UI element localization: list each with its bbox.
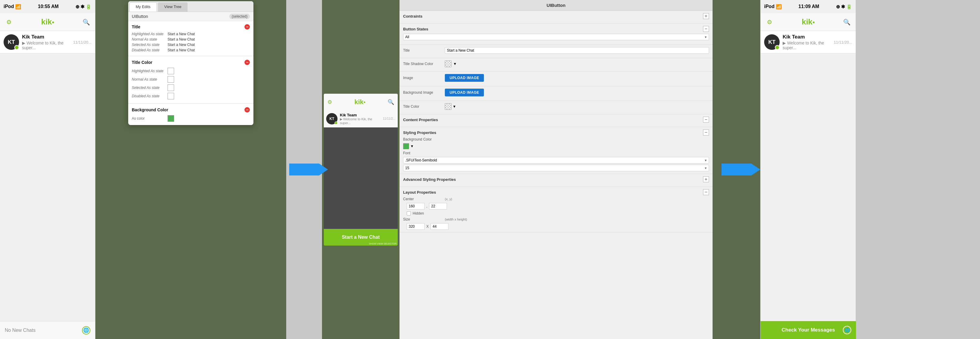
button-states-section: Button States − All: [399, 24, 713, 45]
bg-color-swatch-row: ▼: [403, 143, 709, 149]
font-size-select-wrapper: 15: [403, 165, 709, 171]
globe-icon-left[interactable]: 🌐: [82, 326, 90, 334]
constraints-plus-btn[interactable]: +: [703, 13, 709, 19]
size-height-input[interactable]: [431, 223, 449, 230]
title-color-remove-btn[interactable]: −: [245, 60, 250, 65]
title-color-section: Title Color − Highlighted As state Norma…: [128, 57, 253, 103]
center-comma: ,: [426, 204, 427, 208]
advanced-styling-header: Advanced Styling Properties +: [403, 176, 709, 182]
title-row-3: Disabled As state Start a New Chat: [128, 48, 253, 53]
color-state-3: Disabled As state: [132, 94, 167, 98]
font-name-select[interactable]: .SFUIText-Semibold: [403, 157, 709, 163]
button-states-select[interactable]: All: [403, 34, 709, 40]
left-clock: 10:55 AM: [38, 4, 59, 9]
chat-list-item-left[interactable]: KT Kik Team ▶ Welcome to Kik, the super.…: [0, 31, 95, 53]
button-states-label: Button States: [403, 27, 428, 31]
left-blue-arrow: [289, 163, 319, 176]
phone-nav: ⚙ kik 🔍: [324, 94, 398, 110]
constraints-header: Contraints +: [403, 13, 709, 19]
location-icon-right: ⊕: [836, 4, 840, 10]
bg-color-insp-swatch[interactable]: [403, 143, 409, 149]
styling-properties-label: Styling Properties: [403, 130, 436, 135]
right-globe-icon[interactable]: 🌐: [843, 326, 851, 334]
avatar-badge-left: [14, 45, 19, 50]
chat-preview-right: ▶ Welcome to Kik, the super...: [783, 41, 834, 50]
font-size-select[interactable]: 15: [403, 165, 709, 171]
bg-color-swatch-green[interactable]: [167, 115, 174, 122]
content-properties-minus-btn[interactable]: −: [703, 117, 709, 123]
selected-badge: (selected): [229, 14, 250, 19]
uibutton-header: UIButton (selected): [128, 12, 253, 21]
title-insp-input[interactable]: [445, 47, 709, 54]
phone-bottom-bar[interactable]: Start a New Chat SHOW VIEW SELECTOR: [324, 229, 398, 246]
color-swatch-1[interactable]: [167, 76, 174, 83]
center-y-input[interactable]: [429, 203, 447, 209]
color-row-0: Highlighted As state: [128, 67, 253, 75]
avatar-badge-right: [775, 45, 780, 50]
bg-color-dropdown[interactable]: ▼: [410, 144, 414, 148]
title-shadow-row: Title Shadow Color ▼: [403, 61, 709, 67]
styling-properties-minus-btn[interactable]: −: [703, 130, 709, 136]
content-properties-label: Content Properties: [403, 118, 438, 122]
right-nav-bar: ⚙ kik 🔍: [760, 13, 856, 31]
styling-properties-header: Styling Properties −: [403, 130, 709, 136]
left-footer: No New Chats 🌐: [0, 321, 95, 339]
chat-info-right: Kik Team ▶ Welcome to Kik, the super...: [783, 34, 834, 50]
font-row: Font: [403, 151, 709, 155]
phone-kik-logo: kik: [355, 98, 366, 106]
color-swatch-0[interactable]: [167, 68, 174, 74]
phone-nav-icon-left: ⚙: [327, 99, 332, 106]
title-insp-label: Title: [403, 48, 445, 53]
title-color-insp-section: Title Color ▼: [399, 101, 713, 114]
wifi-icon-left: 📶: [15, 4, 21, 10]
advanced-styling-plus-btn[interactable]: +: [703, 176, 709, 182]
right-bottom-text: Check Your Messages: [782, 327, 835, 333]
chat-list-item-right[interactable]: KT Kik Team ▶ Welcome to Kik, the super.…: [760, 31, 856, 53]
tab-view-tree[interactable]: View Tree: [158, 2, 188, 12]
font-controls: .SFUIText-Semibold 15: [403, 157, 709, 171]
layout-properties-label: Layout Properties: [403, 190, 436, 195]
hidden-label: Hidden: [413, 211, 424, 216]
hidden-checkbox[interactable]: [407, 211, 411, 216]
button-states-minus-btn[interactable]: −: [703, 26, 709, 32]
avatar-container-right: KT: [764, 34, 780, 50]
title-shadow-section: Title Shadow Color ▼: [399, 58, 713, 72]
chat-time-right: 11/11/20...: [834, 40, 852, 45]
right-clock: 11:09 AM: [799, 4, 819, 9]
search-icon-left[interactable]: 🔍: [82, 18, 90, 26]
avatar-container-left: KT: [3, 34, 19, 50]
color-swatch-3[interactable]: [167, 93, 174, 99]
color-state-2: Selected As state: [132, 86, 167, 90]
settings-icon-right[interactable]: ⚙: [765, 18, 774, 26]
right-iphone-panel: iPod 📶 11:09 AM ⊕ ✱ 🔋 ⚙ kik 🔍 KT Kik Tea…: [760, 0, 856, 339]
title-shadow-dropdown[interactable]: ▼: [453, 62, 457, 66]
right-arrow-container: [713, 0, 760, 339]
chat-time-left: 11/11/20...: [73, 40, 92, 45]
right-bottom-bar[interactable]: Check Your Messages 🌐: [760, 321, 856, 339]
phone-screen: ⚙ kik 🔍 KT Kik Team ▶ Welcome to Kik, th…: [324, 94, 398, 246]
search-icon-right[interactable]: 🔍: [843, 18, 851, 26]
title-state-1: Normal As state: [132, 37, 167, 42]
image-section: Image UPLOAD IMAGE: [399, 72, 713, 86]
center-x-input[interactable]: [407, 203, 425, 209]
size-width-input[interactable]: [407, 223, 425, 230]
title-color-dropdown[interactable]: ▼: [453, 104, 456, 109]
styling-properties-section: Styling Properties − Background Color ▼ …: [399, 127, 713, 174]
battery-icon-right: 🔋: [846, 4, 852, 10]
color-swatch-2[interactable]: [167, 85, 174, 91]
tab-my-edits[interactable]: My Edits: [129, 2, 157, 12]
phone-chat-date: 11/11/2...: [383, 117, 395, 120]
bg-color-remove-btn[interactable]: −: [245, 107, 250, 112]
title-color-swatch[interactable]: [445, 103, 452, 110]
content-properties-section: Content Properties −: [399, 114, 713, 127]
upload-image-btn-2[interactable]: UPLOAD IMAGE: [445, 89, 484, 96]
settings-icon-left[interactable]: ⚙: [5, 18, 13, 26]
title-remove-btn[interactable]: −: [245, 24, 250, 30]
title-shadow-swatch[interactable]: [445, 61, 452, 67]
color-state-1: Normal As state: [132, 77, 167, 82]
upload-image-btn-1[interactable]: UPLOAD IMAGE: [445, 74, 484, 82]
layout-properties-minus-btn[interactable]: −: [703, 189, 709, 195]
kik-logo-right: kik: [802, 17, 815, 27]
title-color-insp-row: Title Color ▼: [403, 103, 709, 110]
chat-preview-left: ▶ Welcome to Kik, the super...: [22, 41, 73, 50]
